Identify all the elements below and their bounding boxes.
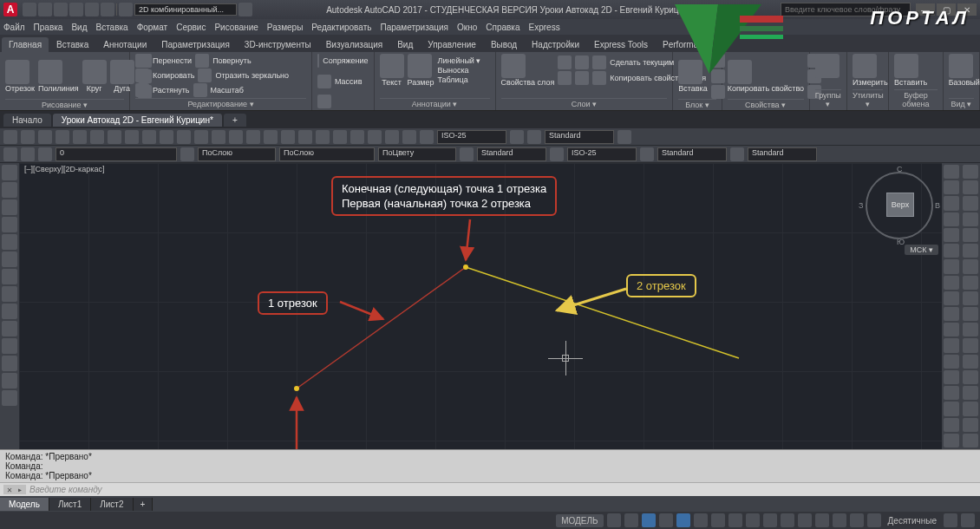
tb-icon[interactable]: [640, 147, 654, 161]
tool-icon[interactable]: [944, 165, 959, 179]
ltype-combo[interactable]: ПоСлою: [279, 147, 375, 161]
tb-icon[interactable]: [90, 130, 104, 144]
menu-format[interactable]: Формат: [137, 23, 168, 32]
insert-block-icon[interactable]: [678, 60, 702, 84]
tab-home[interactable]: Главная: [2, 37, 49, 52]
tb-icon[interactable]: [160, 130, 173, 144]
tool-icon[interactable]: [944, 418, 959, 432]
tb-icon[interactable]: [617, 130, 631, 144]
table-label[interactable]: Таблица: [437, 75, 480, 84]
tb-icon[interactable]: [420, 130, 434, 144]
tool-icon[interactable]: [963, 180, 978, 194]
tb-icon[interactable]: [142, 130, 156, 144]
cmd-chevron-icon[interactable]: ✕ ▸: [3, 485, 26, 494]
tool-icon[interactable]: [944, 180, 959, 194]
viewcube-face[interactable]: Верх: [886, 193, 914, 217]
tab-insert[interactable]: Вставка: [49, 37, 95, 52]
status-otrack-icon[interactable]: [694, 513, 708, 527]
tool-icon[interactable]: [944, 196, 959, 210]
status-polar-icon[interactable]: [659, 513, 673, 527]
status-ortho-icon[interactable]: [642, 513, 656, 527]
panel-view-label[interactable]: Вид ▾: [949, 98, 974, 108]
panel-props-label[interactable]: Свойства ▾: [728, 99, 804, 109]
qat-new-icon[interactable]: [23, 3, 36, 16]
tab-param[interactable]: Параметризация: [154, 37, 237, 52]
status-units[interactable]: Десятичные: [885, 516, 940, 526]
tool-icon[interactable]: [2, 390, 17, 406]
menu-tools[interactable]: Сервис: [176, 23, 206, 32]
rotate-icon[interactable]: [195, 54, 209, 68]
tb-icon[interactable]: [402, 130, 416, 144]
menu-window[interactable]: Окно: [457, 23, 477, 32]
menu-dim[interactable]: Размеры: [267, 23, 304, 32]
qat-redo-icon[interactable]: [85, 3, 99, 16]
fillet-icon[interactable]: [317, 54, 319, 68]
menu-express[interactable]: Express: [529, 23, 560, 32]
baseview-icon[interactable]: [949, 54, 973, 78]
lw-combo[interactable]: ПоЦвету: [378, 147, 456, 161]
status-mon-icon[interactable]: [867, 513, 881, 527]
tb-icon[interactable]: [21, 147, 35, 161]
tb-icon[interactable]: [125, 130, 139, 144]
status-cycle-icon[interactable]: [746, 513, 760, 527]
tool-icon[interactable]: [2, 251, 17, 267]
tool-icon[interactable]: [944, 307, 959, 321]
tool-icon[interactable]: [963, 165, 978, 179]
tb-icon[interactable]: [38, 147, 52, 161]
status-snap-icon[interactable]: [624, 513, 638, 527]
layer-ico[interactable]: [592, 56, 606, 69]
tool-icon[interactable]: [963, 386, 978, 400]
panel-clip-label[interactable]: Буфер обмена: [894, 89, 938, 108]
status-lw-icon[interactable]: [711, 513, 725, 527]
tool-icon[interactable]: [963, 307, 978, 321]
tool-icon[interactable]: [944, 291, 959, 305]
color-combo[interactable]: ПоСлою: [198, 147, 276, 161]
tool-icon[interactable]: [2, 217, 17, 232]
status-dyn-icon[interactable]: [781, 513, 794, 527]
menu-modify[interactable]: Редактировать: [311, 23, 371, 32]
stretch-icon[interactable]: [135, 83, 149, 97]
status-sc-icon[interactable]: [815, 513, 829, 527]
tab-layout1[interactable]: Лист1: [49, 498, 91, 511]
tool-icon[interactable]: [963, 355, 978, 369]
tool-icon[interactable]: [944, 338, 959, 352]
tool-icon[interactable]: [2, 182, 17, 198]
tool-icon[interactable]: [963, 323, 978, 336]
tool-icon[interactable]: [944, 228, 959, 242]
layer-ico[interactable]: [558, 71, 572, 85]
tool-icon[interactable]: [963, 212, 978, 226]
tb-icon[interactable]: [194, 130, 208, 144]
tb-icon[interactable]: [246, 130, 260, 144]
tb-icon[interactable]: [298, 130, 312, 144]
status-ann-icon[interactable]: [833, 513, 846, 527]
layer-ico[interactable]: [558, 56, 572, 69]
tool-icon[interactable]: [944, 323, 959, 336]
tool-icon[interactable]: [944, 386, 959, 400]
tstyle-combo[interactable]: Standard: [748, 147, 817, 161]
tb-icon[interactable]: [510, 130, 524, 144]
tool-icon[interactable]: [963, 418, 978, 432]
status-3d-icon[interactable]: [763, 513, 777, 527]
menu-edit[interactable]: Правка: [34, 23, 63, 32]
tb-icon[interactable]: [550, 147, 564, 161]
tab-express[interactable]: Express Tools: [587, 37, 655, 52]
tool-icon[interactable]: [944, 244, 959, 258]
menu-help[interactable]: Справка: [486, 23, 519, 32]
tb-icon[interactable]: [385, 130, 399, 144]
line-tool-icon[interactable]: [5, 60, 29, 84]
minimize-button[interactable]: —: [916, 3, 935, 16]
layer-ico[interactable]: [575, 71, 589, 85]
tb-icon[interactable]: [527, 130, 541, 144]
menu-param[interactable]: Параметризация: [380, 23, 448, 32]
help-search-input[interactable]: [781, 3, 911, 16]
status-model[interactable]: МОДЕЛЬ: [556, 514, 603, 527]
text-tool-icon[interactable]: [380, 54, 404, 78]
status-clean-icon[interactable]: [944, 513, 957, 527]
tool-icon[interactable]: [2, 356, 17, 371]
panel-ann-label[interactable]: Аннотации ▾: [380, 98, 490, 108]
tool-icon[interactable]: [944, 355, 959, 369]
tb-icon[interactable]: [180, 147, 194, 161]
tb-icon[interactable]: [177, 130, 191, 144]
tb-icon[interactable]: [730, 147, 744, 161]
close-button[interactable]: ✕: [957, 3, 977, 16]
